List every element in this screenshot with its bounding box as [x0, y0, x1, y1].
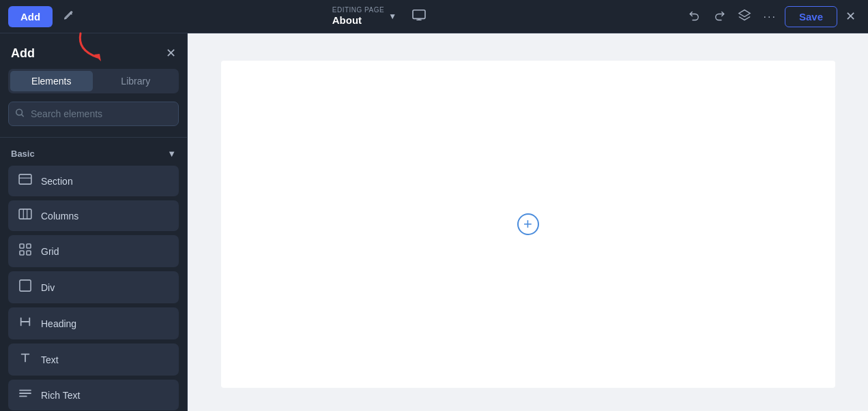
richtext-label: Rich Text — [41, 390, 80, 401]
canvas-add-button[interactable]: + — [517, 213, 539, 235]
topbar-right: ··· Save ✕ — [684, 5, 860, 29]
layers-button[interactable] — [734, 5, 755, 29]
element-list: Section Columns — [0, 166, 187, 410]
section-chevron-icon: ▼ — [167, 149, 176, 159]
svg-rect-12 — [20, 280, 31, 291]
save-button[interactable]: Save — [785, 6, 837, 27]
heading-label: Heading — [41, 318, 76, 329]
element-item-div[interactable]: Div — [8, 271, 179, 303]
search-icon — [15, 108, 25, 120]
monitor-icon — [411, 9, 426, 21]
search-input[interactable] — [8, 102, 179, 126]
topbar: Add EDITING PAGE About ▼ — [0, 0, 868, 33]
element-item-columns[interactable]: Columns — [8, 200, 179, 231]
element-item-grid[interactable]: Grid — [8, 235, 179, 267]
undo-button[interactable] — [684, 5, 705, 29]
svg-rect-5 — [19, 209, 31, 219]
element-item-section[interactable]: Section — [8, 166, 179, 196]
sidebar-divider — [0, 137, 187, 138]
svg-rect-3 — [19, 174, 31, 184]
editing-page-label: EDITING PAGE — [332, 6, 384, 14]
device-preview-button[interactable] — [407, 5, 431, 29]
grid-label: Grid — [41, 246, 59, 257]
element-item-heading[interactable]: Heading — [8, 307, 179, 339]
text-label: Text — [41, 354, 59, 365]
sidebar-header: Add ✕ — [0, 33, 187, 69]
section-label: Section — [41, 176, 73, 187]
redo-icon — [713, 9, 725, 21]
div-label: Div — [41, 282, 55, 293]
more-options-button[interactable]: ··· — [760, 5, 781, 28]
search-wrapper — [8, 102, 179, 126]
close-icon: ✕ — [845, 10, 856, 23]
main-layout: Add ✕ Elements Library Basic ▼ — [0, 33, 868, 411]
svg-rect-9 — [27, 244, 31, 248]
editing-page-selector[interactable]: EDITING PAGE About ▼ — [332, 6, 396, 27]
sidebar-tabs: Elements Library — [8, 69, 179, 93]
tab-library[interactable]: Library — [95, 71, 177, 91]
more-dots-icon: ··· — [764, 11, 777, 22]
basic-section-label: Basic — [11, 149, 35, 159]
redo-button[interactable] — [709, 5, 729, 29]
edit-icon-button[interactable] — [58, 6, 78, 27]
edit-icon — [62, 10, 74, 22]
div-icon — [18, 279, 33, 295]
basic-section-header[interactable]: Basic ▼ — [0, 143, 187, 166]
columns-label: Columns — [41, 211, 78, 222]
sidebar-title: Add — [11, 46, 35, 61]
topbar-center: EDITING PAGE About ▼ — [84, 5, 678, 29]
svg-rect-11 — [27, 251, 31, 255]
svg-rect-0 — [413, 10, 425, 18]
sidebar: Add ✕ Elements Library Basic ▼ — [0, 33, 188, 411]
svg-rect-8 — [20, 244, 24, 248]
tab-elements[interactable]: Elements — [10, 71, 93, 91]
svg-rect-10 — [20, 251, 24, 255]
undo-icon — [689, 9, 701, 21]
add-button[interactable]: Add — [8, 6, 53, 27]
columns-icon — [18, 209, 33, 223]
chevron-down-icon: ▼ — [388, 12, 396, 21]
element-item-text[interactable]: Text — [8, 344, 179, 376]
text-icon — [18, 352, 33, 367]
richtext-icon — [18, 388, 33, 402]
element-item-richtext[interactable]: Rich Text — [8, 380, 179, 410]
section-icon — [18, 174, 33, 188]
editing-page-name: About — [332, 14, 362, 27]
sidebar-close-button[interactable]: ✕ — [166, 46, 176, 61]
close-icon: ✕ — [166, 46, 176, 60]
heading-icon — [18, 316, 33, 331]
canvas-area: + — [188, 33, 868, 411]
grid-icon — [18, 243, 33, 259]
editing-page-info: EDITING PAGE About — [332, 6, 384, 27]
layers-icon — [738, 9, 751, 21]
close-button[interactable]: ✕ — [841, 5, 860, 28]
canvas-inner: + — [221, 61, 835, 388]
